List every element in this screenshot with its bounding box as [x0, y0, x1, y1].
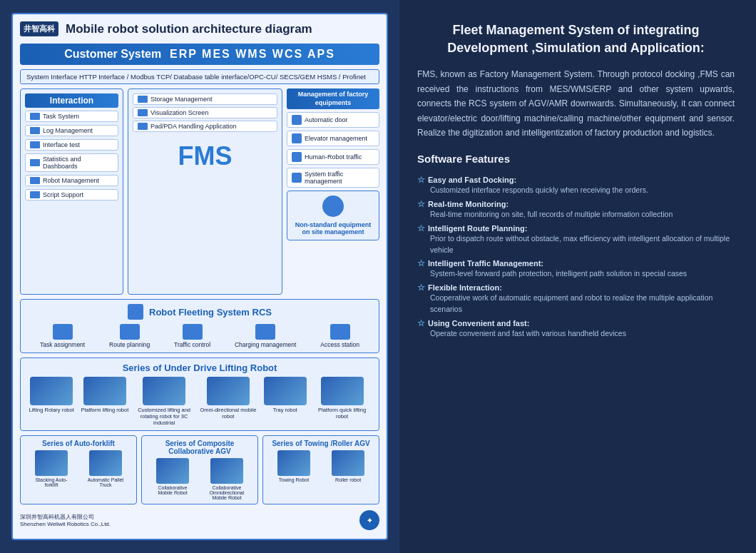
human-robot-item: Human-Robot traffic	[287, 149, 379, 165]
task-assign-icon	[53, 324, 73, 340]
pad-pda-item: Pad/PDA Handling Application	[133, 121, 277, 132]
robot-mgmt-icon	[30, 177, 40, 184]
robot-item: Tray robot	[264, 377, 307, 426]
company-info: 深圳井智高科机器人有限公司 Shenzhen Wellwit Robotics …	[20, 513, 111, 527]
storage-mgmt-item: Storage Management	[133, 93, 277, 105]
left-panel: 井智高科 Mobile robot solution architecture …	[0, 0, 399, 553]
pad-icon	[138, 123, 148, 130]
diagram-title: Mobile robot solution architecture diagr…	[66, 22, 312, 36]
elevator-icon	[292, 133, 302, 143]
company-logo-text: 井智高科	[20, 21, 58, 36]
customer-system-items: ERP MES WMS WCS APS	[170, 48, 335, 60]
system-interface-row: System Interface HTTP Interface / Modbus…	[20, 69, 379, 84]
rcs-items: Task assignment Route planning Traffic c…	[28, 324, 372, 348]
route-planning-item: Route planning	[109, 324, 150, 348]
diagram-footer: 深圳井智高科机器人有限公司 Shenzhen Wellwit Robotics …	[20, 509, 379, 532]
feature-item-4: ☆ Flexible Interaction: Cooperative work…	[417, 283, 735, 315]
collaborative-omni-img	[210, 458, 243, 484]
customer-system-label: Customer System	[64, 48, 161, 60]
company-name-cn: 深圳井智高科机器人有限公司	[20, 513, 111, 521]
system-traffic-item: System traffic management	[287, 168, 379, 188]
door-icon	[292, 115, 302, 125]
auto-forklift-title: Series of Auto-forklift	[25, 440, 132, 447]
rcs-title-row: Robot Fleeting System RCS	[28, 304, 372, 320]
statistics-item: Statistics and Dashboards	[25, 153, 118, 172]
feature-desc-1: Real-time monitoring on site, full recor…	[417, 209, 735, 220]
log-icon	[30, 127, 40, 134]
customer-system-bar: Customer System ERP MES WMS WCS APS	[20, 44, 379, 65]
auto-door-item: Automatic door	[287, 112, 379, 128]
factory-column: Management of factory equipments Automat…	[287, 88, 379, 295]
towing-img	[277, 450, 310, 476]
towing-agv-title: Series of Towing /Roller AGV	[267, 440, 374, 447]
feature-item-1: ☆ Real-time Monitoring: Real-time monito…	[417, 199, 735, 220]
traffic-control-icon	[183, 324, 203, 340]
script-support-item: Script Support	[25, 189, 118, 201]
traffic-control-item: Traffic control	[174, 324, 210, 348]
roller-robot: Roller robot	[332, 450, 364, 482]
collaborative-img	[156, 458, 189, 484]
auto-forklift-section: Series of Auto-forklift Stacking Auto-fo…	[20, 435, 137, 504]
platform-lifting-img	[83, 377, 126, 405]
middle-section: Interaction Task System Log Management I…	[20, 88, 379, 295]
feature-title-5: ☆ Using Convenient and fast:	[417, 318, 735, 328]
task-icon	[30, 113, 40, 120]
stacking-auto-robot: Stacking Auto-forklift	[32, 450, 71, 487]
collaborative-omni-robot: Collaborative Omnidirectional Mobile Rob…	[208, 458, 247, 500]
star-icon-2: ☆	[417, 223, 425, 233]
star-icon-3: ☆	[417, 258, 425, 268]
under-drive-section: Series of Under Drive Lifting Robot Lift…	[20, 357, 379, 431]
towing-agv-robots: Towing Robot Roller robot	[267, 450, 374, 482]
diagram-container: 井智高科 Mobile robot solution architecture …	[11, 13, 388, 540]
rcs-title: Robot Fleeting System RCS	[149, 307, 272, 318]
feature-desc-2: Prior to dispatch route without obstacle…	[417, 233, 735, 256]
human-robot-icon	[292, 152, 302, 162]
feature-item-2: ☆ Intelligent Route Planning: Prior to d…	[417, 223, 735, 256]
platform-quick-img	[321, 377, 364, 405]
auto-forklift-robots: Stacking Auto-forklift Automatic Pallet …	[25, 450, 132, 487]
interaction-column: Interaction Task System Log Management I…	[20, 88, 123, 295]
interface-icon	[30, 141, 40, 148]
charging-mgmt-item: Charging management	[235, 324, 296, 348]
stacking-auto-img	[35, 450, 68, 476]
composite-agv-robots: Collaborative Mobile Robot Collaborative…	[146, 458, 253, 500]
elevator-item: Elevator management	[287, 131, 379, 146]
towing-agv-section: Series of Towing /Roller AGV Towing Robo…	[262, 435, 379, 504]
feature-title-3: ☆ Intelligent Traffic Management:	[417, 258, 735, 268]
features-list: ☆ Easy and Fast Docking: Customized inte…	[417, 175, 735, 342]
vis-icon	[138, 109, 148, 116]
stats-icon	[30, 159, 40, 166]
charging-icon	[255, 324, 275, 340]
auto-pallet-robot: Automatic Pallet Truck	[86, 450, 126, 487]
robot-item: Platform quick lifting robot	[314, 377, 371, 426]
star-icon-5: ☆	[417, 318, 425, 328]
access-icon	[330, 324, 350, 340]
bottom-series: Series of Auto-forklift Stacking Auto-fo…	[20, 435, 379, 504]
interaction-header: Interaction	[25, 93, 118, 108]
feature-desc-5: Operate convenient and fast with various…	[417, 328, 735, 340]
fms-column: Storage Management Visualization Screen …	[128, 88, 282, 295]
script-icon	[30, 191, 40, 198]
right-panel: Fleet Management System of integrating D…	[399, 0, 756, 553]
task-system-item: Task System	[25, 111, 118, 122]
collaborative-mobile-robot: Collaborative Mobile Robot	[153, 458, 193, 500]
robot-item: Omni-directional mobile robot	[200, 377, 257, 426]
under-drive-robots: Lifting Rotary robot Platform lifting ro…	[26, 377, 373, 426]
non-standard-box: Non-standard equipment on site managemen…	[287, 191, 379, 240]
robot-item: Platform lifting robot	[81, 377, 129, 426]
roller-img	[332, 450, 364, 476]
rcs-title-icon	[128, 304, 143, 320]
fms-label: FMS	[133, 134, 277, 175]
access-station-item: Access station	[320, 324, 359, 348]
customized-lifting-img	[143, 377, 185, 405]
tray-robot-img	[264, 377, 307, 405]
right-description: FMS, known as Factory Management System.…	[417, 67, 735, 140]
logo-title-row: 井智高科 Mobile robot solution architecture …	[20, 21, 379, 36]
visualization-item: Visualization Screen	[133, 107, 277, 118]
fms-top-section: Storage Management Visualization Screen …	[128, 88, 282, 295]
robot-item: Customized lifting and rotating robot fo…	[136, 377, 193, 426]
factory-header: Management of factory equipments	[287, 88, 379, 109]
towing-robot: Towing Robot	[277, 450, 310, 482]
feature-title-4: ☆ Flexible Interaction:	[417, 283, 735, 293]
feature-desc-0: Customized interface responds quickly wh…	[417, 185, 735, 196]
